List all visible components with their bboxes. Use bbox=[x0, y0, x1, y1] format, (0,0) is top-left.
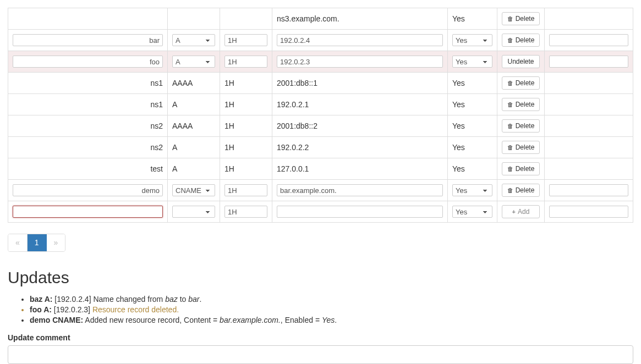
record-ttl: 1H bbox=[224, 100, 234, 109]
record-content: 192.0.2.2 bbox=[277, 143, 309, 152]
record-name: ns2 bbox=[13, 142, 163, 152]
delete-button[interactable]: 🗑Delete bbox=[502, 162, 540, 175]
table-row: testA1H127.0.0.1Yes🗑Delete bbox=[8, 158, 633, 180]
plus-icon: + bbox=[512, 209, 516, 215]
record-enabled-select[interactable]: YesNo bbox=[452, 206, 492, 218]
delete-label: Delete bbox=[516, 36, 535, 44]
trash-icon: 🗑 bbox=[507, 187, 513, 194]
record-content: 127.0.0.1 bbox=[277, 164, 309, 173]
updates-list: baz A: [192.0.2.4] Name changed from baz… bbox=[8, 295, 633, 324]
delete-button[interactable]: 🗑Delete bbox=[502, 76, 540, 90]
record-type: AAAA bbox=[172, 79, 193, 87]
table-row: ns2A1H192.0.2.2Yes🗑Delete bbox=[8, 137, 633, 158]
update-item: baz A: [192.0.2.4] Name changed from baz… bbox=[30, 295, 633, 304]
record-ttl: 1H bbox=[224, 79, 234, 87]
updates-heading: Updates bbox=[8, 268, 633, 287]
delete-label: Delete bbox=[516, 79, 535, 87]
record-name: ns2 bbox=[13, 121, 163, 131]
record-enabled-select[interactable]: YesNo bbox=[452, 56, 492, 68]
record-enabled-select[interactable]: YesNo bbox=[452, 184, 492, 196]
record-name-input[interactable] bbox=[13, 206, 163, 218]
record-type: A bbox=[172, 164, 177, 173]
record-comment-input[interactable] bbox=[549, 34, 628, 46]
record-type: AAAA bbox=[172, 122, 193, 130]
update-comment-input[interactable] bbox=[8, 345, 633, 364]
record-type: A bbox=[172, 143, 177, 152]
record-enabled: Yes bbox=[452, 122, 465, 130]
add-label: Add bbox=[518, 208, 529, 216]
record-comment-input[interactable] bbox=[549, 56, 628, 68]
delete-label: Delete bbox=[516, 15, 535, 23]
record-ttl: 1H bbox=[224, 122, 234, 130]
table-row: AAAAACNAMEMXNSTXTSRVYesNoUndelete bbox=[8, 51, 633, 73]
delete-button[interactable]: 🗑Delete bbox=[502, 141, 540, 154]
dns-records-table: ns3.example.com.Yes🗑DeleteAAAAACNAMEMXNS… bbox=[8, 8, 633, 223]
page-prev[interactable]: « bbox=[8, 234, 28, 251]
record-content-input[interactable] bbox=[277, 184, 443, 196]
update-item: demo CNAME: Added new resource record, C… bbox=[30, 316, 633, 324]
record-content-input[interactable] bbox=[277, 206, 443, 218]
add-button[interactable]: +Add bbox=[502, 205, 540, 218]
record-comment-input[interactable] bbox=[549, 206, 628, 218]
table-row: ns2AAAA1H2001:db8::2Yes🗑Delete bbox=[8, 115, 633, 137]
page-next[interactable]: » bbox=[47, 234, 65, 251]
record-type-select[interactable]: AAAAACNAMEMXNSTXTSRV bbox=[172, 206, 215, 218]
record-name-input[interactable] bbox=[13, 34, 163, 46]
record-type-select[interactable]: AAAAACNAMEMXNSTXTSRV bbox=[172, 56, 215, 68]
record-name: ns1 bbox=[13, 100, 163, 109]
table-row: AAAAACNAMEMXNSTXTSRVYesNo+Add bbox=[8, 201, 633, 223]
table-row: ns1AAAA1H2001:db8::1Yes🗑Delete bbox=[8, 73, 633, 94]
trash-icon: 🗑 bbox=[507, 80, 513, 86]
undelete-label: Undelete bbox=[507, 58, 534, 65]
delete-button[interactable]: 🗑Delete bbox=[502, 12, 540, 25]
record-enabled: Yes bbox=[452, 14, 465, 23]
record-ttl-input[interactable] bbox=[224, 56, 267, 68]
pagination: « 1 » bbox=[8, 234, 65, 252]
trash-icon: 🗑 bbox=[507, 102, 513, 108]
update-comment-label: Update comment bbox=[8, 333, 633, 342]
record-type: A bbox=[172, 100, 177, 109]
record-name-input[interactable] bbox=[13, 184, 163, 196]
record-ttl-input[interactable] bbox=[224, 34, 267, 46]
record-enabled: Yes bbox=[452, 143, 465, 152]
delete-label: Delete bbox=[516, 186, 535, 194]
record-enabled: Yes bbox=[452, 100, 465, 109]
trash-icon: 🗑 bbox=[507, 37, 513, 43]
delete-button[interactable]: 🗑Delete bbox=[502, 119, 540, 133]
record-content: 192.0.2.1 bbox=[277, 100, 309, 109]
delete-label: Delete bbox=[516, 165, 535, 173]
update-item: foo A: [192.0.2.3] Resource record delet… bbox=[30, 305, 633, 314]
record-content-input[interactable] bbox=[277, 56, 443, 68]
record-ttl: 1H bbox=[224, 143, 234, 152]
record-content: ns3.example.com. bbox=[277, 14, 339, 23]
delete-button[interactable]: 🗑Delete bbox=[502, 34, 540, 47]
record-name: ns1 bbox=[13, 78, 163, 88]
record-comment-input[interactable] bbox=[549, 184, 628, 196]
table-row: ns3.example.com.Yes🗑Delete bbox=[8, 8, 633, 30]
record-content-input[interactable] bbox=[277, 34, 443, 46]
record-enabled: Yes bbox=[452, 79, 465, 87]
record-name: test bbox=[13, 164, 163, 174]
record-ttl: 1H bbox=[224, 164, 234, 173]
table-row: ns1A1H192.0.2.1Yes🗑Delete bbox=[8, 94, 633, 115]
trash-icon: 🗑 bbox=[507, 166, 513, 172]
trash-icon: 🗑 bbox=[507, 145, 513, 151]
trash-icon: 🗑 bbox=[507, 16, 513, 22]
record-content: 2001:db8::2 bbox=[277, 122, 317, 130]
delete-label: Delete bbox=[516, 101, 535, 108]
record-type-select[interactable]: AAAAACNAMEMXNSTXTSRV bbox=[172, 184, 215, 196]
record-type-select[interactable]: AAAAACNAMEMXNSTXTSRV bbox=[172, 34, 215, 46]
page-1[interactable]: 1 bbox=[28, 234, 47, 251]
delete-label: Delete bbox=[516, 122, 535, 130]
undelete-button[interactable]: Undelete bbox=[502, 55, 540, 68]
record-ttl-input[interactable] bbox=[224, 184, 267, 196]
record-content: 2001:db8::1 bbox=[277, 79, 317, 87]
delete-button[interactable]: 🗑Delete bbox=[502, 98, 540, 111]
delete-button[interactable]: 🗑Delete bbox=[502, 184, 540, 197]
record-name-input[interactable] bbox=[13, 56, 163, 68]
record-enabled: Yes bbox=[452, 164, 465, 173]
delete-label: Delete bbox=[516, 144, 535, 151]
table-row: AAAAACNAMEMXNSTXTSRVYesNo🗑Delete bbox=[8, 30, 633, 51]
record-enabled-select[interactable]: YesNo bbox=[452, 34, 492, 46]
record-ttl-input[interactable] bbox=[224, 206, 267, 218]
